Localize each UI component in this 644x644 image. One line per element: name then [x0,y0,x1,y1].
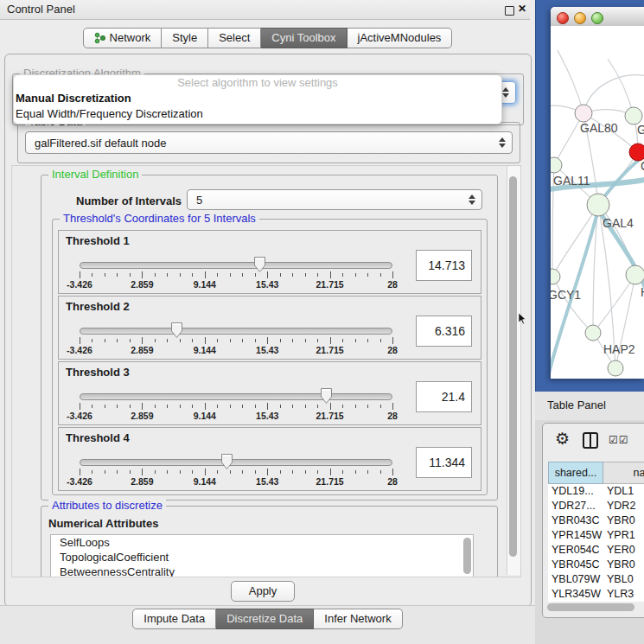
table-panel-titlebar: Table Panel [535,392,644,421]
columns-icon[interactable] [583,432,598,449]
tab-impute-data-label: Impute Data [143,609,205,628]
tick-mark [317,470,318,474]
network-node-green[interactable] [551,157,562,173]
network-node-green[interactable] [626,265,644,284]
network-node-green[interactable] [587,194,609,216]
close-icon[interactable]: ✕ [518,3,526,15]
tick-mark [205,469,206,475]
tick-mark [330,469,331,475]
slider-handle[interactable] [170,322,183,339]
network-node-green[interactable] [608,360,623,376]
network-node-pink[interactable] [575,105,592,122]
slider-track[interactable] [80,393,392,400]
slider-track[interactable] [80,262,392,269]
dropdown-option-manual-discretization[interactable]: Manual Discretization [14,91,501,106]
tick-label: 15.43 [256,345,278,355]
tick-mark [155,405,156,408]
tick-label: 21.715 [316,279,344,290]
table-row[interactable]: YBL079WYBL0 [548,572,644,587]
threshold-slider[interactable]: -3.4262.8599.14415.4321.71528 [80,459,392,488]
float-window-icon[interactable] [505,6,514,16]
slider-handle[interactable] [220,453,233,470]
control-panel: Control Panel ✕ NetworkStyleSelectCyni T… [0,0,535,644]
table-row[interactable]: YER054CYER0 [548,543,644,558]
minimize-traffic-light-icon[interactable] [574,12,586,24]
tick-mark [305,339,306,342]
threshold-slider[interactable]: -3.4262.8599.14415.4321.71528 [80,262,392,290]
table-row[interactable]: YPR145WYPR1 [548,528,644,543]
tick-label: 9.144 [194,411,216,421]
settings-vertical-scrollbar[interactable] [507,166,520,575]
tick-mark [217,273,218,277]
network-node-green[interactable] [551,269,560,284]
tick-mark [92,339,92,342]
attribute-item-topologicalcoefficient[interactable]: TopologicalCoefficient [51,550,473,564]
tab-jactivemnodules[interactable]: jActiveMNodules [348,28,453,48]
network-node-green[interactable] [625,107,642,124]
table-row[interactable]: YLR345WYLR3 [548,587,644,602]
table-row[interactable]: YDR27...YDR2 [548,499,644,513]
threshold-slider[interactable]: -3.4262.8599.14415.4321.71528 [80,393,392,422]
close-traffic-light-icon[interactable] [557,12,569,24]
tick-label: -3.426 [67,411,92,421]
threshold-value-field[interactable]: 21.4 [416,381,472,412]
number-of-intervals-combo[interactable]: 5 [187,189,482,210]
slider-handle[interactable] [253,256,266,273]
threshold-value-field[interactable]: 11.344 [416,447,472,478]
network-node-green[interactable] [585,325,601,341]
slider-handle[interactable] [320,387,333,405]
tab-discretize-data[interactable]: Discretize Data [216,609,314,629]
threshold-value-field[interactable]: 6.316 [416,316,472,347]
apply-button[interactable]: Apply [231,581,295,602]
table-horizontal-scrollbar[interactable] [546,603,640,611]
tab-impute-data[interactable]: Impute Data [132,609,216,629]
table-cell: YLR345W [548,587,603,602]
table-column-header[interactable]: na [603,462,644,484]
table-cell: YLR3 [603,587,644,602]
tick-mark [255,339,256,342]
tick-mark [230,405,231,408]
tab-style[interactable]: Style [162,28,208,48]
table-data-combo[interactable]: galFiltered.sif default node [25,131,513,154]
attributes-list[interactable]: SelfLoopsTopologicalCoefficientBetweenne… [50,534,474,577]
tab-infer-network[interactable]: Infer Network [314,609,402,629]
network-edge [558,50,583,113]
tab-select[interactable]: Select [208,28,261,48]
slider-track[interactable] [80,328,392,335]
tick-label: 15.43 [256,476,278,487]
tab-network[interactable]: Network [83,28,163,48]
tick-mark [392,469,393,475]
checkboxes-icon[interactable]: ☑☑ [609,434,629,446]
threshold-value-field[interactable]: 14.713 [416,250,472,281]
gear-icon[interactable]: ⚙ [555,429,570,449]
threshold-slider[interactable]: -3.4262.8599.14415.4321.71528 [80,328,392,356]
attribute-item-selfloops[interactable]: SelfLoops [51,535,473,550]
tick-mark [217,470,218,474]
table-column-header[interactable]: shared... [548,462,603,484]
tick-mark [380,273,381,277]
algorithm-dropdown-popup: Select algorithm to view settings Manual… [13,74,502,124]
tick-mark [242,273,243,277]
tick-mark [117,470,118,474]
network-edge [552,277,593,333]
tick-label: 9.144 [194,279,216,290]
threshold-label: Threshold 4 [66,431,130,444]
zoom-traffic-light-icon[interactable] [591,12,603,24]
tick-mark [380,405,381,408]
table-row[interactable]: YBR043CYBR0 [548,513,644,528]
tab-cyni-toolbox[interactable]: Cyni Toolbox [261,28,347,48]
attributes-list-scrollbar[interactable] [462,537,472,577]
tick-mark [267,337,268,344]
dropdown-option-equal-width-frequency-discretization[interactable]: Equal Width/Frequency Discretization [14,106,501,122]
table-row[interactable]: YBR045CYBR0 [548,558,644,572]
network-canvas[interactable]: GAL80GACGAL11GAL4HGCY1HAP2 [551,26,644,379]
table-row[interactable]: YDL19...YDL1 [548,484,644,499]
tick-mark [292,470,293,474]
threshold-label: Threshold 1 [66,234,130,247]
attribute-item-betweennesscentrality[interactable]: BetweennessCentrality [51,564,473,577]
table-header-row: shared...na [548,462,644,484]
network-node-red[interactable] [629,143,644,161]
interval-group-title: Interval Definition [48,168,142,181]
slider-track[interactable] [80,459,392,466]
table-cell: YDL19... [548,484,603,499]
